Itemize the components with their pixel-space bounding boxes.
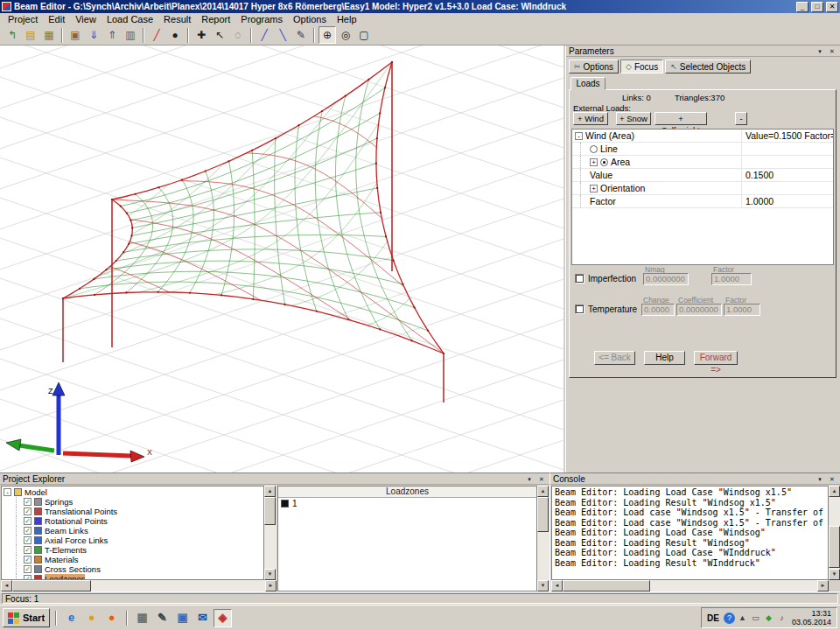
internet-explorer-button[interactable]: e [62,609,80,627]
menu-item-result[interactable]: Result [158,14,196,25]
start-button[interactable]: Start [3,608,50,627]
add-selfweight-button[interactable]: + Selfweight [654,112,707,125]
tree-item-t-elements[interactable]: ✓T-Elements [4,545,263,555]
scrollbar-thumb[interactable] [12,580,91,592]
export-data-button[interactable]: ⇑ [103,26,121,44]
display-icon[interactable]: ▭ [750,612,761,624]
menu-item-load-case[interactable]: Load Case [102,14,158,25]
scroll-up-button[interactable]: ▲ [829,486,840,497]
stop-button[interactable]: ● [166,26,184,44]
scroll-down-button[interactable]: ▼ [537,580,549,592]
scrollbar-thumb[interactable] [537,497,549,532]
property-group-header[interactable]: - Wind (Area) Value=0.1500 Factor=1.0000 [572,130,833,143]
vertical-scrollbar[interactable]: ▲▼ [264,486,276,580]
vertical-scrollbar[interactable]: ▲▼ [829,486,840,580]
help-button[interactable]: Help [644,351,685,365]
vertical-scrollbar[interactable]: ▲▼ [537,486,550,592]
polyline-tool-button[interactable]: ╲ [274,26,291,44]
add-wind-button[interactable]: + Wind [573,112,608,125]
save-button[interactable]: ▦ [40,26,58,44]
menu-item-options[interactable]: Options [288,14,332,25]
pencil-button[interactable]: ✎ [292,26,310,44]
loadzone-row[interactable]: 1 [278,498,536,508]
property-row-value[interactable]: Value0.1500 [572,169,833,182]
model-canvas[interactable]: ZX [0,46,564,472]
scrollbar-thumb[interactable] [829,526,840,568]
radio-icon[interactable] [590,145,598,153]
viewer-button[interactable]: ▣ [173,609,192,627]
checkbox-checked-icon[interactable]: ✓ [24,498,32,506]
import-model-button[interactable]: ▣ [66,26,84,44]
panel-close-icon[interactable]: ✕ [827,474,837,484]
new-model-button[interactable]: ↰ [4,26,21,44]
taskbar-clock[interactable]: 13:31 03.05.2014 [792,609,831,626]
tree-item-beam-links[interactable]: ✓Beam Links [4,526,263,536]
import-data-button[interactable]: ⇓ [85,26,102,44]
tree-item-springs[interactable]: ✓Springs [4,497,263,507]
maximize-button[interactable]: □ [811,2,823,12]
viewport-3d[interactable]: ZX [0,46,564,472]
scrollbar-thumb[interactable] [563,580,650,592]
property-row-area[interactable]: +Area [572,156,833,169]
scroll-down-button[interactable]: ▼ [829,569,840,580]
property-row-factor[interactable]: Factor1.0000 [572,195,833,208]
scroll-left-button[interactable]: ◄ [1,580,12,592]
scroll-up-button[interactable]: ▲ [264,486,276,497]
open-folder-button[interactable]: ▤ [22,26,39,44]
firefox-button[interactable]: ● [102,609,121,627]
checkbox-checked-icon[interactable]: ✓ [24,536,32,544]
tree-item-model[interactable]: -Model [4,487,263,497]
horizontal-scrollbar[interactable]: ◄► [551,580,829,592]
scrollbar-thumb[interactable] [264,497,276,525]
collapse-icon[interactable]: - [575,132,583,140]
zoom-button[interactable]: ◎ [337,26,354,44]
tree-item-loadzones[interactable]: ✓Loadzones [4,574,263,580]
checkbox-checked-icon[interactable]: ✓ [24,565,32,573]
menu-item-edit[interactable]: Edit [43,14,70,25]
expander-icon[interactable]: - [4,488,11,496]
show-hidden-icon[interactable]: ▲ [737,612,748,624]
report-table-button[interactable]: ▥ [122,26,139,44]
remove-load-button[interactable]: - [735,112,747,125]
beam-editor-button[interactable]: ◈ [214,609,232,627]
focus-crosshair-button[interactable]: ⊕ [318,26,336,44]
scroll-down-button[interactable]: ▼ [264,569,276,580]
horizontal-scrollbar[interactable]: ◄► [1,580,276,592]
editor-button[interactable]: ✎ [153,609,172,627]
expander-icon[interactable]: + [590,185,598,192]
checkbox-checked-icon[interactable]: ✓ [24,517,32,525]
minimize-button[interactable]: _ [796,2,808,12]
menu-item-view[interactable]: View [70,14,102,25]
tab-selected-objects[interactable]: ↖Selected Objects [665,60,751,74]
dock-menu-icon[interactable]: ▾ [815,46,825,56]
property-row-line[interactable]: Line [572,143,833,156]
select-cursor-button[interactable]: ↖ [211,26,228,44]
line-tool-button[interactable]: ╱ [256,26,273,44]
radio-selected-icon[interactable] [600,158,608,166]
zoom-window-button[interactable]: ▢ [355,26,373,44]
scroll-left-button[interactable]: ◄ [551,580,563,592]
tree-item-rotational-points[interactable]: ✓Rotational Points [4,516,263,526]
checkbox-checked-icon[interactable]: ✓ [24,527,32,535]
menu-item-programs[interactable]: Programs [235,14,288,25]
menu-item-help[interactable]: Help [332,14,362,25]
volume-icon[interactable]: ♪ [776,612,788,624]
title-bar[interactable]: Beam Editor - G:\Synch\Archiv\Arbeit\Pla… [0,0,840,13]
menu-item-project[interactable]: Project [3,14,43,25]
dock-menu-icon[interactable]: ▾ [815,474,825,484]
tree-item-cross-sections[interactable]: ✓Cross Sections [4,564,263,574]
project-explorer-header[interactable]: Project Explorer ▾ ✕ [0,473,550,485]
security-icon[interactable]: ◆ [763,612,774,624]
console-header[interactable]: Console ▾ ✕ [550,473,840,485]
gimp-button[interactable]: ▦ [133,609,151,627]
tree-item-axial-force-links[interactable]: ✓Axial Force Links [4,536,263,545]
back-button[interactable]: <= Back [594,351,635,365]
checkbox-checked-icon[interactable]: ✓ [24,508,32,515]
scroll-right-button[interactable]: ► [265,580,276,592]
mail-button[interactable]: ✉ [193,609,212,627]
menu-item-report[interactable]: Report [196,14,235,25]
checkbox-checked-icon[interactable]: ✓ [24,556,32,564]
panel-close-icon[interactable]: ✕ [827,46,837,56]
scroll-up-button[interactable]: ▲ [537,486,549,497]
close-button[interactable]: ✕ [826,2,838,12]
